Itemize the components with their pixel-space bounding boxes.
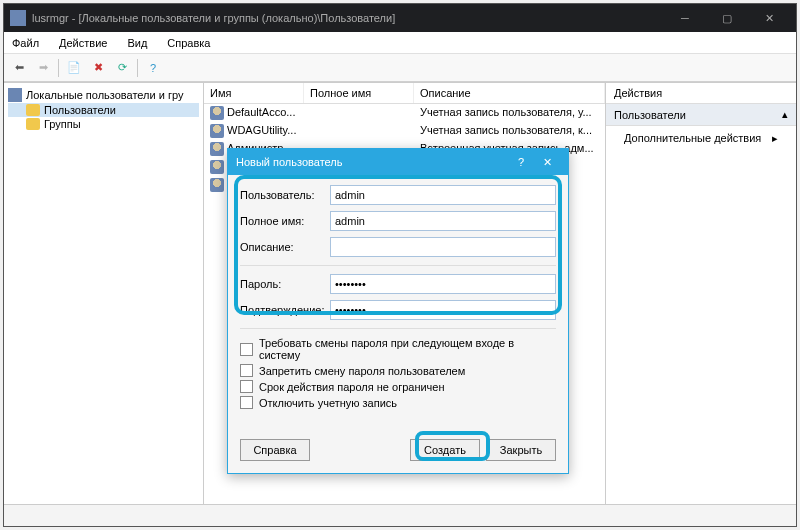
tree-pane: Локальные пользователи и гру Пользовател…	[4, 83, 204, 504]
tree-item-users[interactable]: Пользователи	[8, 103, 199, 117]
col-full[interactable]: Полное имя	[304, 83, 414, 103]
new-user-dialog: Новый пользователь ? ✕ Пользователь: Пол…	[227, 148, 569, 474]
create-button[interactable]: Создать	[410, 439, 480, 461]
tree-item-groups[interactable]: Группы	[8, 117, 199, 131]
menu-file[interactable]: Файл	[8, 35, 43, 51]
actions-section[interactable]: Пользователи▴	[606, 104, 796, 126]
list-header: Имя Полное имя Описание	[204, 83, 605, 104]
chk-never-expire[interactable]: Срок действия пароля не ограничен	[240, 380, 556, 393]
menubar: Файл Действие Вид Справка	[4, 32, 796, 54]
tree-root[interactable]: Локальные пользователи и гру	[8, 87, 199, 103]
close-button[interactable]: ✕	[748, 4, 790, 32]
help-icon[interactable]: ?	[142, 57, 164, 79]
checkbox-icon	[240, 396, 253, 409]
menu-action[interactable]: Действие	[55, 35, 111, 51]
lbl-full: Полное имя:	[240, 215, 330, 227]
window-title: lusrmgr - [Локальные пользователи и груп…	[32, 12, 664, 24]
menu-view[interactable]: Вид	[123, 35, 151, 51]
input-description[interactable]	[330, 237, 556, 257]
delete-icon[interactable]: ✖	[87, 57, 109, 79]
actions-extra[interactable]: Дополнительные действия▸	[606, 126, 796, 151]
back-icon[interactable]: ⬅	[8, 57, 30, 79]
user-icon	[210, 178, 224, 192]
refresh-icon[interactable]: ⟳	[111, 57, 133, 79]
input-password[interactable]	[330, 274, 556, 294]
dialog-title: Новый пользователь	[236, 156, 508, 168]
dialog-close-icon[interactable]: ✕	[534, 156, 560, 169]
close-button[interactable]: Закрыть	[486, 439, 556, 461]
user-icon	[210, 142, 224, 156]
checkbox-icon	[240, 380, 253, 393]
separator	[137, 59, 138, 77]
chk-no-change[interactable]: Запретить смену пароля пользователем	[240, 364, 556, 377]
menu-help[interactable]: Справка	[163, 35, 214, 51]
folder-icon[interactable]: 📄	[63, 57, 85, 79]
titlebar: lusrmgr - [Локальные пользователи и груп…	[4, 4, 796, 32]
checkbox-icon	[240, 364, 253, 377]
computer-icon	[8, 88, 22, 102]
collapse-icon: ▴	[782, 108, 788, 121]
table-row[interactable]: WDAGUtility...Учетная запись пользовател…	[204, 122, 605, 140]
chk-disable[interactable]: Отключить учетную запись	[240, 396, 556, 409]
dialog-titlebar: Новый пользователь ? ✕	[228, 149, 568, 175]
folder-icon	[26, 118, 40, 130]
maximize-button[interactable]: ▢	[706, 4, 748, 32]
folder-icon	[26, 104, 40, 116]
lbl-pass: Пароль:	[240, 278, 330, 290]
help-button[interactable]: Справка	[240, 439, 310, 461]
chk-require-change[interactable]: Требовать смены пароля при следующем вхо…	[240, 337, 556, 361]
statusbar	[4, 504, 796, 526]
forward-icon[interactable]: ➡	[32, 57, 54, 79]
chevron-right-icon: ▸	[772, 132, 778, 145]
input-confirm[interactable]	[330, 300, 556, 320]
lbl-conf: Подтверждение:	[240, 304, 330, 316]
separator	[58, 59, 59, 77]
col-name[interactable]: Имя	[204, 83, 304, 103]
col-desc[interactable]: Описание	[414, 83, 605, 103]
input-fullname[interactable]	[330, 211, 556, 231]
user-icon	[210, 124, 224, 138]
lbl-user: Пользователь:	[240, 189, 330, 201]
user-icon	[210, 160, 224, 174]
table-row[interactable]: DefaultAcco...Учетная запись пользовател…	[204, 104, 605, 122]
dialog-help-icon[interactable]: ?	[508, 156, 534, 168]
input-username[interactable]	[330, 185, 556, 205]
toolbar: ⬅ ➡ 📄 ✖ ⟳ ?	[4, 54, 796, 82]
minimize-button[interactable]: ─	[664, 4, 706, 32]
lbl-desc: Описание:	[240, 241, 330, 253]
checkbox-icon	[240, 343, 253, 356]
actions-header: Действия	[606, 83, 796, 104]
app-icon	[10, 10, 26, 26]
user-icon	[210, 106, 224, 120]
actions-pane: Действия Пользователи▴ Дополнительные де…	[606, 83, 796, 504]
